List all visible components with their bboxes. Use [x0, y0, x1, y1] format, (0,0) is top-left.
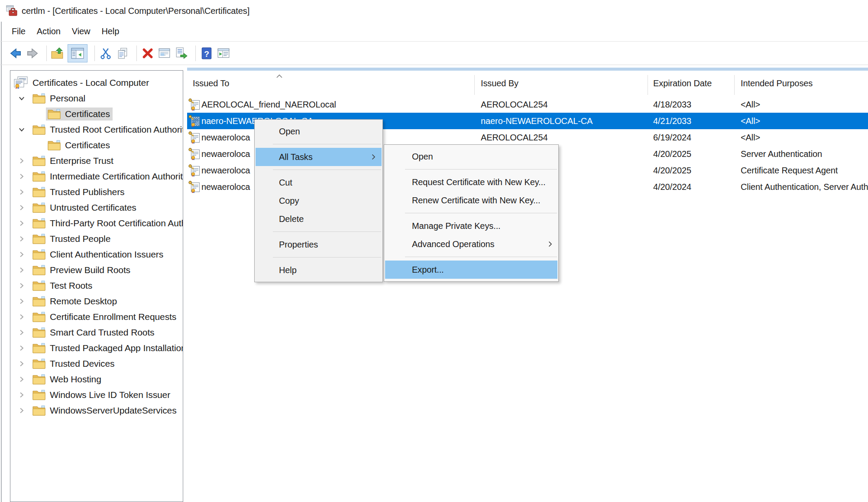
column-header-issued-by[interactable]: Issued By: [481, 71, 518, 96]
expander: [19, 95, 26, 101]
tree-item-windowsserverupdateservices[interactable]: WindowsServerUpdateServices: [10, 403, 183, 418]
chevron-right-icon[interactable]: [19, 376, 25, 382]
tree-item-trusted-devices[interactable]: Trusted Devices: [10, 356, 183, 372]
menu-item-request-certificate-with-new-key[interactable]: Request Certificate with New Key...: [384, 173, 558, 191]
tree-item-trusted-root-certification-authorities[interactable]: Trusted Root Certification Authorities: [10, 122, 183, 137]
chevron-right-icon[interactable]: [19, 392, 25, 398]
tree-item-certificates[interactable]: Certificates: [10, 106, 183, 122]
show-taskpad-icon[interactable]: [217, 46, 230, 60]
tree-item-remote-desktop[interactable]: Remote Desktop: [10, 293, 183, 309]
chevron-down-icon[interactable]: [19, 127, 25, 133]
tree-item-third-party-root-certification-authorities[interactable]: Third-Party Root Certification Authoriti…: [10, 215, 183, 231]
tree-item-enterprise-trust[interactable]: Enterprise Trust: [10, 153, 183, 169]
chevron-right-icon[interactable]: [19, 220, 25, 226]
tree-item-trusted-publishers[interactable]: Trusted Publishers: [10, 184, 183, 200]
menu-separator: [255, 254, 382, 261]
tree-item-trusted-packaged-app-installation-locations[interactable]: Trusted Packaged App Installation Locati…: [10, 340, 183, 356]
column-divider[interactable]: [648, 75, 648, 95]
tree-item-test-roots[interactable]: Test Roots: [10, 278, 183, 293]
folder-icon: [32, 218, 45, 228]
chevron-right-icon[interactable]: [19, 298, 25, 304]
cell-issued-to: newaeroloca: [201, 162, 250, 179]
chevron-right-icon[interactable]: [19, 314, 25, 320]
menu-item-renew-certificate-with-new-key[interactable]: Renew Certificate with New Key...: [384, 191, 558, 209]
menu-item-export[interactable]: Export...: [385, 261, 557, 279]
tree-item-intermediate-certification-authorities[interactable]: Intermediate Certification Authorities: [10, 169, 183, 184]
chevron-right-icon[interactable]: [19, 407, 25, 414]
title-bar: certlm - [Certificates - Local Computer\…: [0, 0, 868, 22]
back-icon[interactable]: [9, 46, 23, 60]
chevron-right-icon[interactable]: [19, 345, 25, 351]
folder-icon: [32, 374, 45, 385]
chevron-right-icon[interactable]: [19, 329, 25, 336]
cell-expiration-date: 4/20/2025: [653, 146, 691, 162]
cut-icon[interactable]: [99, 46, 113, 60]
menu-item-properties[interactable]: Properties: [255, 235, 382, 254]
expander: [19, 158, 26, 164]
copy-icon[interactable]: [116, 46, 130, 60]
tree-item-smart-card-trusted-roots[interactable]: Smart Card Trusted Roots: [10, 325, 183, 340]
menu-item-advanced-operations[interactable]: Advanced Operations: [384, 235, 558, 253]
up-one-level-icon[interactable]: [51, 46, 65, 60]
menu-help[interactable]: Help: [96, 22, 125, 41]
folder-icon: [32, 405, 45, 416]
menu-view[interactable]: View: [66, 22, 96, 41]
tree-item-certificates[interactable]: Certificates: [10, 137, 183, 153]
export-list-icon[interactable]: [175, 46, 188, 60]
forward-icon[interactable]: [26, 46, 39, 60]
chevron-right-icon[interactable]: [19, 173, 25, 179]
chevron-right-icon[interactable]: [19, 236, 25, 242]
folder-icon: [32, 93, 45, 104]
tree-item-untrusted-certificates[interactable]: Untrusted Certificates: [10, 200, 183, 215]
tree-item-label: Trusted Devices: [50, 359, 114, 369]
menu-separator: [255, 228, 382, 235]
properties-icon[interactable]: [158, 46, 172, 60]
submenu-arrow-icon: [548, 241, 552, 247]
cell-issued-by: naero-NEWAEROLOCAL-CA: [481, 113, 593, 129]
cell-expiration-date: 4/18/2033: [653, 96, 691, 113]
chevron-right-icon[interactable]: [19, 283, 25, 289]
menu-action[interactable]: Action: [31, 22, 66, 41]
tree-item-windows-live-id-token-issuer[interactable]: Windows Live ID Token Issuer: [10, 387, 183, 403]
tree-item-label: Preview Build Roots: [50, 265, 130, 275]
menu-item-help[interactable]: Help: [255, 261, 382, 279]
menu-item-copy[interactable]: Copy: [255, 192, 382, 210]
tree-root-certificates-local-computer[interactable]: Certificates - Local Computer: [10, 75, 183, 91]
menu-item-open[interactable]: Open: [384, 147, 558, 166]
chevron-right-icon[interactable]: [19, 189, 25, 195]
tree-item-certificate-enrollment-requests[interactable]: Certificate Enrollment Requests: [10, 309, 183, 325]
chevron-right-icon[interactable]: [19, 361, 25, 367]
delete-icon[interactable]: [141, 46, 155, 60]
cell-intended-purposes: Certificate Request Agent: [741, 162, 868, 179]
column-divider[interactable]: [474, 75, 475, 95]
column-header-issued-to[interactable]: Issued To: [193, 71, 229, 96]
chevron-right-icon[interactable]: [19, 205, 25, 211]
tree-item-label: Third-Party Root Certification Authoriti…: [50, 218, 183, 228]
chevron-right-icon[interactable]: [19, 158, 25, 164]
menu-item-delete[interactable]: Delete: [255, 210, 382, 228]
menu-item-open[interactable]: Open: [255, 122, 382, 140]
window-title: certlm - [Certificates - Local Computer\…: [22, 0, 249, 22]
help-icon[interactable]: ?: [200, 46, 214, 60]
chevron-right-icon[interactable]: [19, 267, 25, 273]
tree-item-personal[interactable]: Personal: [10, 91, 183, 106]
menu-file[interactable]: File: [6, 22, 31, 41]
tree-item-web-hosting[interactable]: Web Hosting: [10, 372, 183, 387]
tree-item-client-authentication-issuers[interactable]: Client Authentication Issuers: [10, 247, 183, 262]
menu-item-all-tasks[interactable]: All Tasks: [256, 148, 382, 166]
column-divider[interactable]: [734, 75, 735, 95]
folder-icon: [32, 202, 45, 213]
cell-intended-purposes: <All>: [741, 96, 868, 113]
expander: [19, 173, 26, 179]
column-header-expiration-date[interactable]: Expiration Date: [653, 71, 712, 96]
chevron-right-icon[interactable]: [19, 251, 25, 258]
tree-item-preview-build-roots[interactable]: Preview Build Roots: [10, 262, 183, 278]
menu-item-manage-private-keys[interactable]: Manage Private Keys...: [384, 217, 558, 235]
certificate-row[interactable]: AEROLOCAL_friend_NAEROLocal AEROLOCAL254…: [187, 96, 868, 113]
chevron-down-icon[interactable]: [19, 95, 25, 101]
tree-item-trusted-people[interactable]: Trusted People: [10, 231, 183, 247]
menu-item-cut[interactable]: Cut: [255, 173, 382, 192]
column-header-intended-purposes[interactable]: Intended Purposes: [741, 71, 813, 96]
tree-item-label: Web Hosting: [50, 374, 101, 385]
show-console-tree-icon[interactable]: [68, 44, 87, 62]
